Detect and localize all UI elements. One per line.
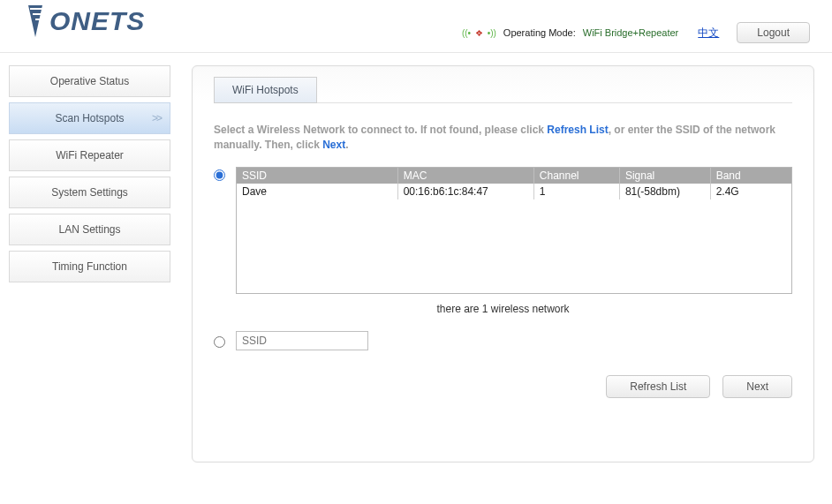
radio-manual-ssid[interactable]	[214, 336, 225, 348]
col-signal: Signal	[620, 168, 711, 184]
col-band: Band	[711, 168, 791, 184]
cell-ssid: Dave	[237, 184, 398, 199]
logo: ONETS	[26, 2, 168, 45]
chevron-right-icon: >>	[152, 112, 161, 124]
cell-band: 2.4G	[711, 184, 791, 199]
cell-channel: 1	[534, 184, 620, 199]
sidebar-item-label: LAN Settings	[58, 223, 120, 236]
sidebar-item-label: Scan Hotspots	[55, 112, 124, 124]
sidebar: Operative Status Scan Hotspots >> WiFi R…	[9, 65, 170, 282]
sidebar-item-label: WiFi Repeater	[56, 149, 124, 162]
signal-icon: ((• ❖ •))	[462, 28, 496, 38]
next-button[interactable]: Next	[722, 375, 792, 398]
cell-signal: 81(-58dbm)	[620, 184, 711, 199]
ssid-input[interactable]	[236, 331, 368, 350]
sidebar-item-label: Operative Status	[50, 75, 129, 87]
sidebar-item-timing-function[interactable]: Timing Function	[9, 251, 170, 282]
sidebar-item-label: Timing Function	[52, 260, 127, 273]
sidebar-item-label: System Settings	[51, 186, 128, 199]
radio-scan-list[interactable]	[214, 169, 225, 181]
col-ssid: SSID	[237, 168, 398, 184]
col-channel: Channel	[534, 168, 620, 184]
table-header: SSID MAC Channel Signal Band	[237, 168, 791, 184]
cell-mac: 00:16:b6:1c:84:47	[398, 184, 534, 199]
operating-mode-label: Operating Mode:	[503, 27, 576, 38]
sidebar-item-wifi-repeater[interactable]: WiFi Repeater	[9, 139, 170, 171]
main-panel: WiFi Hotspots Select a Wireless Network …	[192, 65, 814, 463]
network-count: there are 1 wireless network	[214, 303, 792, 315]
top-bar: ONETS ((• ❖ •)) Operating Mode: WiFi Bri…	[0, 0, 832, 53]
network-table: SSID MAC Channel Signal Band Dave 00:16:…	[236, 167, 792, 294]
refresh-list-button[interactable]: Refresh List	[606, 375, 710, 398]
instruction-text: Select a Wireless Network to connect to.…	[214, 123, 792, 153]
sidebar-item-scan-hotspots[interactable]: Scan Hotspots >>	[9, 102, 170, 134]
logout-button[interactable]: Logout	[737, 22, 810, 43]
sidebar-item-system-settings[interactable]: System Settings	[9, 177, 170, 208]
svg-text:ONETS: ONETS	[49, 6, 145, 35]
language-link[interactable]: 中文	[698, 26, 719, 41]
col-mac: MAC	[398, 168, 534, 184]
sidebar-item-operative-status[interactable]: Operative Status	[9, 65, 170, 97]
tab-wifi-hotspots[interactable]: WiFi Hotspots	[214, 77, 317, 103]
sidebar-item-lan-settings[interactable]: LAN Settings	[9, 214, 170, 245]
table-row[interactable]: Dave 00:16:b6:1c:84:47 1 81(-58dbm) 2.4G	[237, 184, 791, 199]
operating-mode-value: WiFi Bridge+Repeater	[583, 27, 679, 38]
